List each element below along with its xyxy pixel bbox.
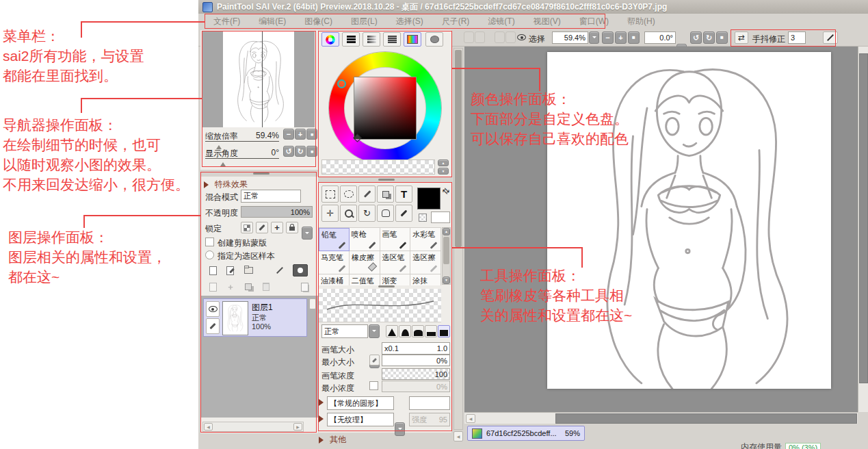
intermediate-color-tab[interactable] bbox=[425, 32, 443, 47]
invert-selection-button[interactable] bbox=[505, 31, 516, 43]
navigator-zoom-in-button[interactable]: + bbox=[295, 129, 306, 140]
panel-column-vscrollbar-thumb[interactable] bbox=[455, 50, 462, 247]
magic-wand-tool-button[interactable] bbox=[358, 185, 376, 203]
hand-tool-button[interactable] bbox=[377, 205, 394, 222]
texture-strength-field[interactable]: 强度 95 bbox=[409, 413, 450, 426]
layer-panel-hscrollbar[interactable]: ◀ ▶ bbox=[202, 422, 304, 432]
tool-brush[interactable]: 画笔 bbox=[380, 228, 411, 251]
brush-tip-dome-button[interactable] bbox=[412, 325, 424, 337]
saturation-value-square[interactable] bbox=[354, 77, 417, 140]
lock-move-button[interactable]: + bbox=[271, 222, 283, 233]
tool-selection-pen[interactable]: 选区笔 bbox=[380, 251, 411, 274]
stabilizer-value-field[interactable]: 3 bbox=[788, 31, 806, 44]
panel-divider-handle[interactable] bbox=[253, 172, 269, 175]
mixer-sliders-tab[interactable] bbox=[383, 32, 401, 47]
line-tool-button[interactable] bbox=[823, 31, 838, 44]
lasso-tool-button[interactable] bbox=[340, 185, 357, 203]
rotate-view-tool-button[interactable]: ↻ bbox=[358, 205, 376, 222]
other-settings-header[interactable]: 其他 bbox=[319, 434, 346, 446]
eyedropper-tool-button[interactable] bbox=[395, 205, 412, 222]
tool-selection-eraser[interactable]: 选区擦 bbox=[410, 251, 441, 274]
menu-help[interactable]: 帮助(H) bbox=[627, 16, 655, 27]
document-tab[interactable]: 67d16cf2525bcdeff... 59% bbox=[467, 426, 585, 441]
menu-ruler[interactable]: 尺子(R) bbox=[442, 16, 470, 27]
lock-all-button[interactable] bbox=[286, 222, 298, 233]
menu-filter[interactable]: 滤镜(T) bbox=[488, 16, 514, 27]
redo-button[interactable] bbox=[475, 31, 485, 43]
menu-file[interactable]: 文件(F) bbox=[213, 16, 240, 27]
brush-blend-mode-select[interactable]: 正常 bbox=[321, 324, 368, 338]
min-density-field[interactable]: 0% bbox=[382, 381, 450, 392]
canvas-vscrollbar-thumb[interactable] bbox=[859, 53, 868, 383]
text-tool-button[interactable]: T bbox=[395, 185, 412, 203]
rotate-cw-button[interactable]: ↻ bbox=[703, 31, 715, 44]
canvas-hscrollbar-thumb[interactable] bbox=[555, 413, 857, 424]
canvas-hscrollbar[interactable]: ◀ bbox=[464, 412, 858, 424]
texture-expander-icon[interactable] bbox=[319, 415, 327, 422]
zoom-tool-button[interactable] bbox=[340, 205, 357, 222]
new-pen-layer-button[interactable] bbox=[223, 264, 238, 277]
brush-shape-select[interactable]: 【常规的圆形】 bbox=[327, 396, 394, 410]
min-size-field[interactable]: 0% bbox=[382, 355, 450, 366]
palette-scroll-up-button[interactable]: ▲ bbox=[438, 159, 449, 166]
tool-eraser[interactable]: 橡皮擦 bbox=[350, 251, 380, 274]
move-tool-button[interactable]: ✛ bbox=[321, 205, 339, 222]
menu-edit[interactable]: 编辑(E) bbox=[259, 16, 286, 27]
zoom-in-button[interactable]: + bbox=[615, 31, 627, 44]
rect-select-tool-button[interactable] bbox=[321, 185, 339, 203]
navigator-zoom-row[interactable]: 缩放倍率 59.4% bbox=[205, 129, 279, 142]
hue-marker[interactable] bbox=[337, 79, 346, 88]
delete-layer-button[interactable] bbox=[259, 281, 274, 293]
navigator-rotate-reset-button[interactable]: ■ bbox=[306, 146, 317, 157]
hsv-sliders-tab[interactable] bbox=[363, 32, 380, 47]
layer-mask-button[interactable] bbox=[293, 264, 308, 277]
tool-smudge[interactable]: 涂抹 bbox=[410, 274, 441, 285]
tool-pencil[interactable]: 铅笔 bbox=[319, 228, 350, 251]
primary-color-swatch[interactable] bbox=[417, 188, 440, 209]
deselect-button[interactable] bbox=[495, 31, 505, 43]
brush-texture-select[interactable]: 【无纹理】 bbox=[327, 413, 394, 426]
navigator-angle-slider-marker[interactable] bbox=[220, 159, 226, 166]
menu-select[interactable]: 选择(S) bbox=[396, 16, 423, 27]
tool-gradient[interactable]: 渐变 bbox=[380, 274, 411, 285]
swatches-tab[interactable] bbox=[404, 32, 421, 47]
rgb-sliders-tab[interactable] bbox=[342, 32, 360, 47]
merge-down-button[interactable] bbox=[205, 281, 220, 293]
zoom-reset-button[interactable]: ■ bbox=[628, 31, 640, 44]
brush-tip-flat-button[interactable] bbox=[425, 325, 437, 337]
layer-row-selected[interactable]: 图层1 正常 100% bbox=[203, 298, 307, 337]
zoom-dropdown-button[interactable] bbox=[589, 31, 599, 44]
brush-density-slider[interactable]: 100 bbox=[382, 368, 450, 380]
navigator-zoom-reset-button[interactable]: ■ bbox=[306, 129, 317, 140]
clipping-mask-checkbox[interactable] bbox=[205, 238, 214, 246]
tool-airbrush[interactable]: 喷枪 bbox=[350, 228, 380, 251]
brush-size-field[interactable]: x0.1 1.0 bbox=[382, 342, 450, 355]
menu-view[interactable]: 视图(V) bbox=[534, 16, 561, 27]
shape-select-tool-button[interactable] bbox=[377, 185, 394, 203]
opacity-slider[interactable]: 100% bbox=[241, 206, 313, 218]
canvas-vscrollbar[interactable] bbox=[858, 47, 868, 412]
layer-edit-toggle[interactable] bbox=[206, 318, 220, 334]
navigator-rotate-cw-button[interactable]: ↻ bbox=[295, 146, 306, 157]
navigator-thumbnail[interactable] bbox=[202, 31, 315, 127]
tool-watercolor[interactable]: 水彩笔 bbox=[410, 228, 441, 251]
tool-bucket[interactable]: 油漆桶 bbox=[319, 274, 350, 285]
navigator-zoom-out-button[interactable]: − bbox=[283, 129, 294, 140]
blend-mode-select[interactable]: 正常 bbox=[241, 190, 301, 203]
panel-divider-handle-2[interactable] bbox=[378, 179, 395, 181]
custom-palette-strip[interactable] bbox=[321, 159, 435, 175]
brush-tip-round-button[interactable] bbox=[399, 325, 411, 337]
clear-layer-button[interactable] bbox=[241, 281, 256, 293]
flip-horizontal-button[interactable]: ⇄ bbox=[735, 31, 748, 44]
layer-list-scroll-up-button[interactable] bbox=[309, 298, 316, 309]
angle-value-field[interactable]: 0.0° bbox=[644, 31, 676, 44]
min-density-checkbox[interactable] bbox=[369, 381, 378, 390]
brush-blend-dropdown-button[interactable] bbox=[369, 324, 380, 338]
layer-visibility-toggle[interactable] bbox=[206, 301, 220, 317]
tool-marker[interactable]: 马克笔 bbox=[319, 251, 350, 274]
panel-column-scroll-button[interactable]: ◀ bbox=[453, 431, 463, 441]
palette-scroll-down-button[interactable]: ▼ bbox=[438, 168, 449, 175]
brush-tip-square-button[interactable] bbox=[438, 325, 450, 337]
brush-shape-dropdown-button[interactable] bbox=[395, 422, 405, 436]
special-effects-header[interactable]: 特殊效果 bbox=[204, 179, 248, 190]
